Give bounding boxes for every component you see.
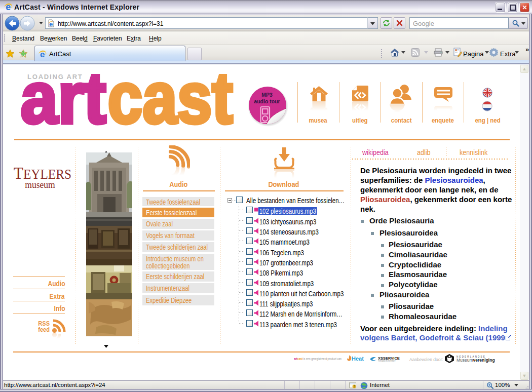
- svg-text:art: art: [21, 64, 106, 130]
- svg-text:Museumvereniging: Museumvereniging: [457, 358, 495, 363]
- svg-text:TOEGANG IN INTERNET: TOEGANG IN INTERNET: [378, 360, 396, 362]
- svg-text:audio tour: audio tour: [254, 98, 280, 104]
- svg-text:Heat: Heat: [352, 356, 364, 362]
- svg-text:MP3: MP3: [261, 92, 273, 98]
- svg-text:cast: cast: [108, 64, 233, 130]
- svg-text:!: !: [354, 384, 355, 388]
- svg-text:e: e: [49, 20, 53, 28]
